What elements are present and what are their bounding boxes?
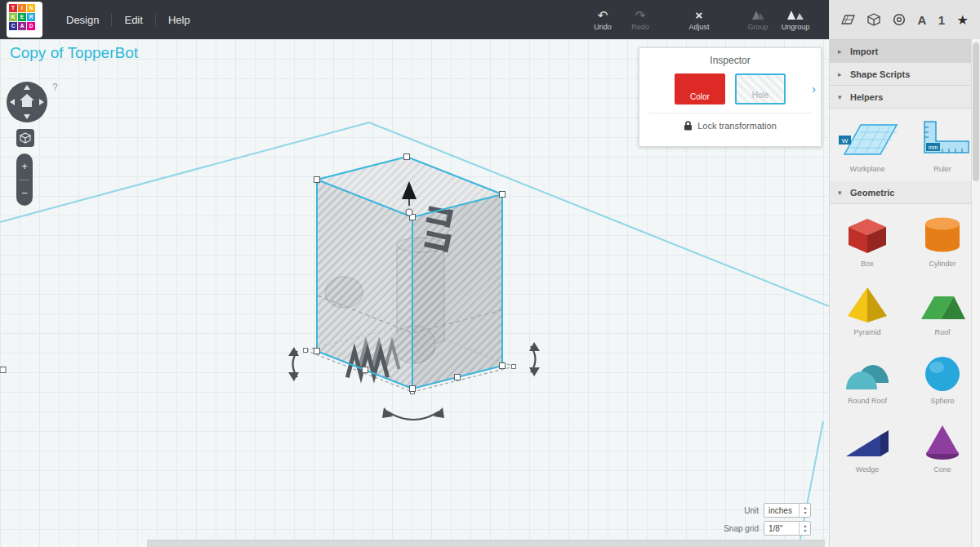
tinkercad-logo[interactable]: T I N K E R C A D xyxy=(7,2,42,38)
color-swatch[interactable]: Color xyxy=(675,73,725,105)
hole-swatch[interactable]: Hole xyxy=(735,73,786,105)
shape-box[interactable]: Box xyxy=(830,207,905,276)
snap-grid-select[interactable]: 1/8" ▲▼ xyxy=(764,521,811,536)
workplane-helper-icon: W xyxy=(833,115,902,162)
topbar: T I N K E R C A D Design Edit Help ↶ Und… xyxy=(0,0,829,39)
workplane-tool-icon[interactable] xyxy=(838,13,856,26)
group-icon xyxy=(749,8,767,22)
logo-tile: T xyxy=(9,4,17,12)
chevron-right-icon: ▸ xyxy=(838,47,844,56)
model-topperbot[interactable] xyxy=(0,154,540,420)
inspector-panel: Inspector Color Hole › Lock transformati… xyxy=(639,47,822,147)
lock-transformation-toggle[interactable]: Lock transformation xyxy=(639,120,821,131)
design-title: Copy of TopperBot xyxy=(10,44,138,62)
svg-text:mm: mm xyxy=(929,145,938,150)
menu-help[interactable]: Help xyxy=(156,14,203,26)
chevron-right-icon: ▸ xyxy=(838,70,844,78)
section-helpers[interactable]: ▾ Helpers xyxy=(830,86,980,109)
sidebar-toolbar: A 1 ★ xyxy=(830,0,980,40)
canvas-bottom-edge xyxy=(147,540,825,547)
lock-icon xyxy=(684,120,693,131)
solid-box-icon[interactable] xyxy=(867,13,880,26)
wedge-shape-icon xyxy=(841,420,893,463)
zoom-control[interactable]: + − xyxy=(16,153,33,206)
shape-round-roof[interactable]: Round Roof xyxy=(830,345,905,413)
scrollbar-thumb[interactable] xyxy=(973,42,979,181)
unit-stepper-icon[interactable]: ▲▼ xyxy=(799,504,810,517)
ungroup-icon xyxy=(786,8,805,22)
help-hint[interactable]: ? xyxy=(52,82,58,93)
toolbar: ↶ Undo ↷ Redo × Adjust Group U xyxy=(584,8,814,31)
shape-wedge[interactable]: Wedge xyxy=(830,413,905,482)
adjust-button[interactable]: × Adjust xyxy=(680,8,718,31)
box-view-icon xyxy=(20,132,31,144)
logo-tile: N xyxy=(27,4,35,12)
undo-button[interactable]: ↶ Undo xyxy=(584,8,621,31)
sidebar-scrollbar[interactable] xyxy=(971,39,980,547)
symbols-star-icon[interactable]: ★ xyxy=(957,12,969,28)
inspector-title: Inspector xyxy=(639,55,821,66)
snap-grid-label: Snap grid xyxy=(724,524,759,533)
hole-ring-icon[interactable] xyxy=(893,13,906,26)
logo-tile: E xyxy=(18,13,26,21)
redo-icon: ↷ xyxy=(635,8,646,22)
number-tool-icon[interactable]: 1 xyxy=(938,13,945,27)
logo-tile: K xyxy=(9,13,17,21)
section-geometric[interactable]: ▾ Geometric xyxy=(830,181,980,204)
inspector-expand-icon[interactable]: › xyxy=(812,82,816,96)
zoom-in-icon[interactable]: + xyxy=(16,153,33,180)
shape-cone[interactable]: Cone xyxy=(905,413,980,482)
geometric-shapes: Box Cylinder Pyramid xyxy=(830,204,980,482)
shape-sphere[interactable]: Sphere xyxy=(905,345,980,413)
grid-settings: Unit inches ▲▼ Snap grid 1/8" ▲▼ xyxy=(724,503,811,536)
box-shape-icon xyxy=(841,215,893,257)
redo-button[interactable]: ↷ Redo xyxy=(621,8,659,31)
helpers-list: W Workplane mm Ruler xyxy=(830,109,980,181)
roof-shape-icon xyxy=(916,283,969,326)
fit-view-button[interactable] xyxy=(16,129,34,147)
unit-label: Unit xyxy=(744,506,759,515)
section-shape-scripts[interactable]: ▸ Shape Scripts xyxy=(830,63,980,86)
logo-tile: C xyxy=(9,22,17,30)
ruler-helper-icon: mm xyxy=(908,115,977,162)
cylinder-shape-icon xyxy=(916,215,969,257)
text-tool-icon[interactable]: A xyxy=(917,13,926,27)
zoom-out-icon[interactable]: − xyxy=(16,180,33,207)
helper-ruler[interactable]: mm Ruler xyxy=(905,115,980,173)
round-roof-shape-icon xyxy=(841,352,893,394)
menu-edit[interactable]: Edit xyxy=(112,14,154,26)
main-menu: Design Edit Help xyxy=(54,0,203,39)
shape-pyramid[interactable]: Pyramid xyxy=(830,276,905,345)
section-import[interactable]: ▸ Import xyxy=(830,40,980,63)
view-navigation-gizmo[interactable] xyxy=(5,80,49,124)
svg-text:W: W xyxy=(842,137,849,145)
helper-workplane[interactable]: W Workplane xyxy=(830,115,905,173)
logo-tile: D xyxy=(27,22,35,30)
tinkercad-app: T I N K E R C A D Design Edit Help ↶ Und… xyxy=(0,0,980,547)
chevron-down-icon: ▾ xyxy=(838,93,844,101)
logo-tile: R xyxy=(27,13,35,21)
adjust-icon: × xyxy=(696,8,703,22)
menu-design[interactable]: Design xyxy=(54,14,111,26)
divider xyxy=(649,113,811,113)
undo-icon: ↶ xyxy=(598,8,608,22)
logo-tile: I xyxy=(18,4,26,12)
chevron-down-icon: ▾ xyxy=(838,189,844,197)
shape-cylinder[interactable]: Cylinder xyxy=(905,207,980,276)
pyramid-shape-icon xyxy=(841,283,893,326)
logo-tile: A xyxy=(18,22,26,30)
ungroup-button[interactable]: Ungroup xyxy=(777,8,814,31)
viewport[interactable]: Copy of TopperBot ? + − Inspector xyxy=(0,39,829,547)
sphere-shape-icon xyxy=(916,352,969,394)
snap-stepper-icon[interactable]: ▲▼ xyxy=(799,522,810,535)
unit-select[interactable]: inches ▲▼ xyxy=(764,503,811,518)
shapes-sidebar: A 1 ★ ▸ Import ▸ Shape Scripts ▾ Helpers xyxy=(829,0,980,547)
shape-roof[interactable]: Roof xyxy=(905,276,980,345)
group-button[interactable]: Group xyxy=(739,8,777,31)
cone-shape-icon xyxy=(916,420,969,463)
